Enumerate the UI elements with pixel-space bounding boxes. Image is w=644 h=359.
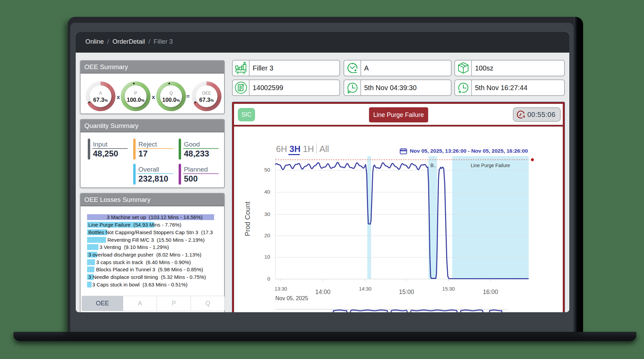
svg-text:P: P — [134, 91, 137, 96]
svg-text:OEE: OEE — [202, 91, 211, 96]
svg-text:Q: Q — [169, 91, 173, 96]
svg-text:A: A — [99, 91, 102, 96]
